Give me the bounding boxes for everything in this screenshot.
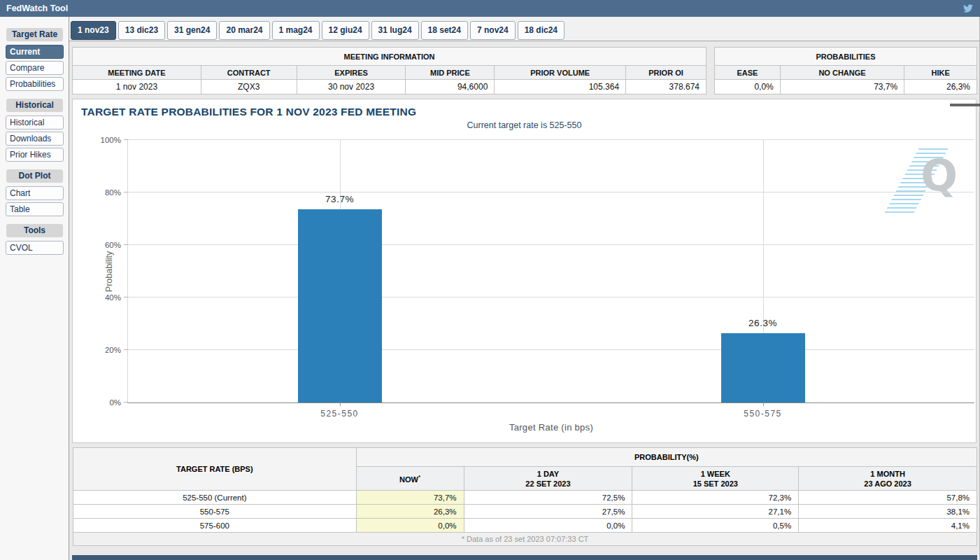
column-header-mid-price: MID PRICE (406, 66, 495, 80)
probability-value: 27,5% (464, 505, 632, 519)
history-col-line1: 1 DAY (537, 470, 559, 478)
y-tick-label: 80% (105, 188, 121, 197)
info-tables-row: MEETING INFORMATION MEETING DATECONTRACT… (72, 47, 977, 94)
history-col-1-day: 1 DAY22 SET 2023 (464, 467, 632, 491)
sidebar-header-historical: Historical (6, 99, 63, 112)
probability-value: 0,5% (632, 519, 799, 533)
y-tick-mark (124, 244, 128, 245)
app-title-bar: FedWatch Tool (0, 0, 980, 17)
twitter-icon[interactable] (963, 4, 974, 13)
gridline-horizontal (128, 297, 974, 298)
bar-550-575[interactable] (721, 333, 805, 402)
x-tick-mark (763, 402, 764, 406)
history-col-now: NOW* (356, 467, 464, 491)
sidebar-item-current[interactable]: Current (6, 45, 64, 59)
rate-range: 575-600 (73, 519, 357, 533)
probability-value: 57,8% (799, 491, 977, 505)
y-axis-title: Probability (104, 251, 114, 291)
meeting-info-title: MEETING INFORMATION (73, 48, 706, 66)
sidebar-item-downloads[interactable]: Downloads (6, 132, 64, 146)
table-row: 550-57526,3%27,5%27,1%38,1% (73, 505, 977, 519)
value-expires: 30 nov 2023 (297, 80, 406, 94)
sidebar-item-chart[interactable]: Chart (6, 186, 64, 200)
history-col-1-week: 1 WEEK15 SET 2023 (632, 467, 799, 491)
history-col-line1: 1 WEEK (701, 470, 730, 478)
app-title: FedWatch Tool (6, 4, 68, 13)
history-col-line2: 23 AGO 2023 (864, 479, 911, 488)
column-header-ease: EASE (715, 66, 781, 80)
probability-value: 72,5% (464, 491, 632, 505)
tab-18-set24[interactable]: 18 set24 (421, 21, 468, 40)
bar-value-label: 26.3% (721, 318, 805, 328)
column-header-expires: EXPIRES (297, 66, 406, 80)
value-contract: ZQX3 (201, 80, 297, 94)
sidebar-item-probabilities[interactable]: Probabilities (6, 77, 64, 91)
watermark-q-letter: Q (921, 154, 958, 197)
bar-525-550[interactable] (298, 209, 382, 402)
sidebar-item-prior-hikes[interactable]: Prior Hikes (6, 148, 64, 162)
probability-value: 27,1% (632, 505, 799, 519)
tab-18-dic24[interactable]: 18 dic24 (518, 21, 564, 40)
column-header-meeting-date: MEETING DATE (73, 66, 201, 80)
sidebar-header-tools: Tools (6, 224, 63, 237)
column-header-prior-volume: PRIOR VOLUME (495, 66, 626, 80)
quikstrike-watermark: Q (902, 148, 958, 213)
y-tick-mark (124, 139, 128, 140)
probabilities-summary-table: PROBABILITIES EASENO CHANGEHIKE 0,0%73,7… (714, 47, 977, 94)
sidebar-item-compare[interactable]: Compare (6, 61, 64, 75)
bar-value-label: 73.7% (298, 194, 382, 204)
gridline-horizontal (128, 139, 974, 140)
content-panel: MEETING INFORMATION MEETING DATECONTRACT… (69, 41, 979, 560)
history-col-1-month: 1 MONTH23 AGO 2023 (799, 467, 977, 491)
data-as-of-footnote: * Data as of 23 set 2023 07:07:33 CT (73, 533, 977, 546)
page-layout: Target RateCurrentCompareProbabilitiesHi… (0, 17, 980, 560)
x-category-label: 550-575 (744, 409, 782, 419)
sidebar-header-dot-plot: Dot Plot (6, 169, 63, 183)
tab-1-mag24[interactable]: 1 mag24 (272, 21, 320, 40)
y-tick-label: 40% (105, 293, 121, 302)
probability-value: 26,3% (356, 505, 464, 519)
history-col-line2: 15 SET 2023 (693, 479, 738, 488)
tab-12-giu24[interactable]: 12 giu24 (322, 21, 369, 40)
main-area: 1 nov2313 dic2331 gen2420 mar241 mag2412… (69, 17, 980, 560)
sidebar-item-historical[interactable]: Historical (6, 115, 64, 130)
y-tick-label: 0% (109, 398, 121, 407)
chart-title: TARGET RATE PROBABILITIES FOR 1 NOV 2023… (81, 106, 416, 118)
tab-7-nov24[interactable]: 7 nov24 (470, 21, 516, 40)
rate-range: 525-550 (Current) (73, 491, 357, 505)
value-ease: 0,0% (715, 80, 781, 94)
sidebar-item-table[interactable]: Table (6, 202, 64, 216)
probability-value: 38,1% (799, 505, 977, 519)
tab-20-mar24[interactable]: 20 mar24 (219, 21, 269, 40)
tab-31-lug24[interactable]: 31 lug24 (371, 21, 419, 40)
chart-subtitle: Current target rate is 525-550 (73, 120, 976, 130)
tab-13-dic23[interactable]: 13 dic23 (118, 21, 165, 40)
value-mid-price: 94,6000 (406, 80, 495, 94)
x-category-label: 525-550 (320, 409, 359, 419)
table-row: 575-6000,0%0,0%0,5%4,1% (73, 519, 977, 533)
value-prior-oi: 378.674 (626, 80, 706, 94)
history-col-line2: 22 SET 2023 (525, 479, 570, 488)
gridline-horizontal (128, 192, 974, 192)
probability-value: 73,7% (356, 491, 464, 505)
sidebar-item-cvol[interactable]: CVOL (6, 241, 64, 255)
column-header-hike: HIKE (904, 66, 977, 80)
y-tick-mark (124, 192, 128, 192)
value-no-change: 73,7% (780, 80, 904, 94)
tab-31-gen24[interactable]: 31 gen24 (167, 21, 217, 40)
gridline-horizontal (128, 244, 974, 245)
meeting-date-tabs: 1 nov2313 dic2331 gen2420 mar241 mag2412… (69, 17, 979, 41)
value-meeting-date: 1 nov 2023 (73, 80, 201, 94)
tab-1-nov23[interactable]: 1 nov23 (71, 21, 116, 40)
x-tick-mark (340, 402, 341, 406)
sidebar: Target RateCurrentCompareProbabilitiesHi… (0, 17, 69, 560)
y-tick-mark (124, 402, 128, 402)
x-axis-title: Target Rate (in bps) (128, 422, 974, 433)
table-row: 525-550 (Current)73,7%72,5%72,3%57,8% (73, 491, 977, 505)
history-col-line1: 1 MONTH (870, 470, 905, 478)
probabilities-title: PROBABILITIES (715, 48, 977, 66)
value-hike: 26,3% (904, 80, 977, 94)
meeting-information-table: MEETING INFORMATION MEETING DATECONTRACT… (72, 47, 706, 94)
chart-plot-area: Probability Target Rate (in bps) Q 0%20%… (127, 140, 974, 403)
y-tick-mark (124, 297, 128, 298)
